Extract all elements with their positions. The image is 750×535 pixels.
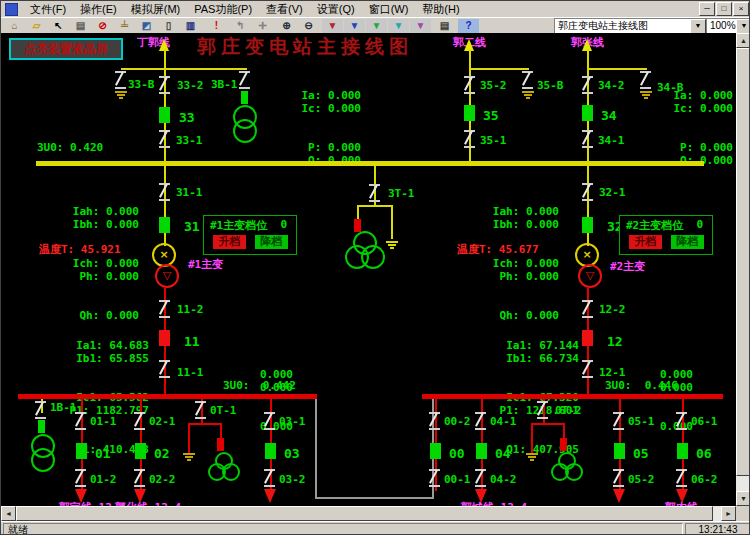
menu-settings[interactable]: 设置(Q) (310, 1, 362, 18)
disconnector-35-2[interactable] (463, 76, 477, 94)
close-button[interactable]: × (733, 2, 749, 16)
disconnector-0T-1[interactable] (194, 401, 208, 419)
archive-purple-icon[interactable]: ▼ (409, 18, 432, 34)
breaker-12-label: 12 (607, 334, 623, 349)
vertical-scrollbar-thumb[interactable] (736, 48, 750, 476)
menu-help[interactable]: 帮助(H) (415, 1, 466, 18)
disconnector-31-1[interactable] (158, 183, 172, 201)
help-icon[interactable]: ? (457, 18, 480, 34)
disconnector-11-2[interactable] (158, 300, 172, 318)
disconnector-02-1[interactable] (133, 412, 147, 430)
breaker-06[interactable] (677, 443, 688, 459)
breaker-33[interactable] (159, 107, 170, 123)
chevron-down-icon[interactable]: ▼ (690, 19, 706, 34)
disconnector-03-1[interactable] (263, 412, 277, 430)
scroll-up-icon[interactable]: ▲ (736, 33, 750, 48)
menu-pas[interactable]: PAS功能(P) (187, 1, 259, 18)
move-icon[interactable]: ✛ (251, 18, 274, 34)
disconnector-34-B[interactable] (639, 71, 653, 89)
breaker-31[interactable] (159, 217, 170, 233)
lcd-panel-button[interactable]: 点亮装置液晶屏 (9, 38, 123, 60)
scroll-left-icon[interactable]: ◄ (1, 506, 16, 521)
disconnector-01-1[interactable] (74, 412, 88, 430)
zoom-out-icon[interactable]: ⊖ (297, 18, 320, 34)
disconnector-33-2[interactable] (158, 76, 172, 94)
disconnector-11-1[interactable] (158, 360, 172, 378)
archive-blue-icon[interactable]: ▼ (343, 18, 366, 34)
vertical-scrollbar[interactable]: ▲ ▼ (736, 33, 750, 506)
horizontal-scrollbar[interactable]: ◄ ► (1, 506, 736, 521)
disconnector-06-1[interactable] (675, 412, 689, 430)
disconnector-34-2[interactable] (581, 76, 595, 94)
disconnector-12-1[interactable] (581, 360, 595, 378)
disconnector-0T-2[interactable] (536, 401, 550, 419)
stop-icon[interactable]: ⊘ (91, 18, 114, 34)
palette-icon[interactable]: ◩ (135, 18, 158, 34)
disconnector-33-B[interactable] (114, 71, 128, 89)
print-icon[interactable]: ▤ (433, 18, 456, 34)
breaker-11[interactable] (159, 330, 170, 346)
tr2-zero-measurements: 0.0000.000 0.000 (641, 342, 693, 459)
tr1-tap-up-button[interactable]: 升档 (213, 235, 246, 249)
tr1-tap-down-button[interactable]: 降档 (255, 235, 288, 249)
archive-green-icon[interactable]: ▼ (365, 18, 388, 34)
archive-cyan-icon[interactable]: ▼ (387, 18, 410, 34)
alarm-icon[interactable]: ! (205, 18, 228, 34)
breaker-35[interactable] (464, 105, 475, 121)
restore-button[interactable]: □ (716, 2, 732, 16)
disconnector-33-1[interactable] (158, 130, 172, 148)
pointer-icon[interactable]: ↖ (47, 18, 70, 34)
disconnector-34-1[interactable] (581, 130, 595, 148)
menu-file[interactable]: 文件(F) (23, 1, 73, 18)
menu-window[interactable]: 窗口(W) (362, 1, 416, 18)
disconnector-04-2[interactable] (474, 469, 488, 487)
scroll-down-icon[interactable]: ▼ (736, 491, 750, 506)
breaker-00[interactable] (430, 443, 441, 459)
disconnector-06-2[interactable] (675, 469, 689, 487)
new-page-icon[interactable]: ▯ (157, 18, 180, 34)
tr1-bus10-voltage: 3U0: 0.442 (223, 379, 296, 392)
breaker-05[interactable] (614, 443, 625, 459)
disconnector-00-1[interactable] (428, 469, 442, 487)
disconnector-1B-1[interactable] (34, 401, 48, 419)
disconnector-32-1[interactable] (581, 183, 595, 201)
minimize-button[interactable]: ─ (699, 2, 715, 16)
bus-tie-conductor (315, 497, 434, 499)
breaker-02[interactable] (135, 443, 146, 459)
breaker-03[interactable] (265, 443, 276, 459)
breaker-01[interactable] (76, 443, 87, 459)
ground-icon[interactable]: ╧ (113, 18, 136, 34)
disconnector-02-2[interactable] (133, 469, 147, 487)
menu-operate[interactable]: 操作(E) (73, 1, 124, 18)
disconnector-35-B[interactable] (521, 71, 535, 89)
disconnector-35-1[interactable] (463, 130, 477, 148)
horizontal-scrollbar-thumb[interactable] (16, 506, 713, 521)
disconnector-05-1[interactable] (612, 412, 626, 430)
menu-view[interactable]: 查看(V) (259, 1, 310, 18)
screen-icon[interactable]: ▤ (69, 18, 92, 34)
home-icon[interactable]: ⌂ (3, 18, 26, 34)
breaker-32[interactable] (582, 217, 593, 233)
disconnector-04-1[interactable] (474, 412, 488, 430)
archive-red-icon[interactable]: ▼ (321, 18, 344, 34)
disconnector-01-2[interactable] (74, 469, 88, 487)
tr2-tap-up-button[interactable]: 升档 (629, 235, 662, 249)
breaker-12[interactable] (582, 330, 593, 346)
breaker-34[interactable] (582, 105, 593, 121)
menu-mimic[interactable]: 模拟屏(M) (124, 1, 188, 18)
app-icon[interactable] (5, 3, 18, 16)
chevron-down-icon[interactable]: ▼ (736, 19, 750, 34)
disconnector-05-2[interactable] (612, 469, 626, 487)
nav-back-icon[interactable]: ↰ (229, 18, 252, 34)
disconnector-00-2[interactable] (428, 412, 442, 430)
zoom-in-icon[interactable]: ⊕ (275, 18, 298, 34)
breaker-04[interactable] (476, 443, 487, 459)
open-folder-icon[interactable]: ▱ (25, 18, 48, 34)
disconnector-12-2[interactable] (581, 300, 595, 318)
disconnector-3T-1[interactable] (368, 184, 382, 202)
scroll-right-icon[interactable]: ► (721, 506, 736, 521)
disconnector-3B-1[interactable] (238, 71, 252, 89)
disconnector-03-2[interactable] (263, 469, 277, 487)
tr2-tap-down-button[interactable]: 降档 (671, 235, 704, 249)
save-icon[interactable]: ▥ (179, 18, 202, 34)
